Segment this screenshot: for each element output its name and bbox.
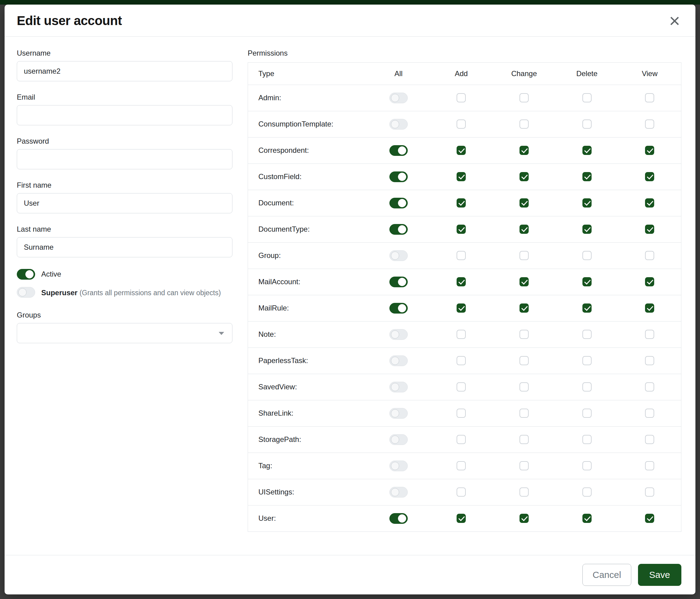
groups-select[interactable] xyxy=(17,323,232,343)
toggle-all-uisettings[interactable] xyxy=(390,487,408,498)
close-icon[interactable]: × xyxy=(668,13,681,28)
checkbox-add-uisettings[interactable] xyxy=(457,487,466,497)
checkbox-change-customfield[interactable] xyxy=(520,172,529,181)
checkbox-delete-admin[interactable] xyxy=(582,93,592,102)
checkbox-change-storagepath[interactable] xyxy=(520,435,529,444)
checkbox-add-mailaccount[interactable] xyxy=(457,277,466,286)
superuser-toggle[interactable] xyxy=(17,287,35,298)
checkbox-view-savedview[interactable] xyxy=(645,382,654,391)
checkbox-view-mailaccount[interactable] xyxy=(645,277,654,286)
checkbox-change-savedview[interactable] xyxy=(520,382,529,391)
checkbox-delete-uisettings[interactable] xyxy=(582,487,592,497)
checkbox-change-mailaccount[interactable] xyxy=(520,277,529,286)
checkbox-add-tag[interactable] xyxy=(457,461,466,470)
password-field[interactable] xyxy=(17,149,232,169)
toggle-all-storagepath[interactable] xyxy=(390,434,408,445)
checkbox-add-correspondent[interactable] xyxy=(457,146,466,155)
checkbox-view-correspondent[interactable] xyxy=(645,146,654,155)
toggle-all-mailrule[interactable] xyxy=(390,303,408,314)
checkbox-view-customfield[interactable] xyxy=(645,172,654,181)
checkbox-delete-consumptiontemplate[interactable] xyxy=(582,119,592,129)
first-name-field[interactable] xyxy=(17,193,232,213)
checkbox-add-group[interactable] xyxy=(457,251,466,260)
toggle-all-sharelink[interactable] xyxy=(390,408,408,419)
checkbox-view-consumptiontemplate[interactable] xyxy=(645,119,654,129)
checkbox-change-sharelink[interactable] xyxy=(520,409,529,418)
toggle-all-group[interactable] xyxy=(390,250,408,261)
permission-delete-cell xyxy=(555,461,619,470)
checkbox-add-storagepath[interactable] xyxy=(457,435,466,444)
checkbox-delete-paperlesstask[interactable] xyxy=(582,356,592,365)
checkbox-delete-group[interactable] xyxy=(582,251,592,260)
checkbox-delete-user[interactable] xyxy=(582,514,592,523)
checkbox-change-tag[interactable] xyxy=(520,461,529,470)
email-field[interactable] xyxy=(17,105,232,125)
checkbox-delete-sharelink[interactable] xyxy=(582,409,592,418)
toggle-all-admin[interactable] xyxy=(390,93,408,103)
toggle-all-correspondent[interactable] xyxy=(390,145,408,156)
active-toggle[interactable] xyxy=(17,269,35,280)
checkbox-view-uisettings[interactable] xyxy=(645,487,654,497)
checkbox-change-mailrule[interactable] xyxy=(520,304,529,313)
checkbox-delete-storagepath[interactable] xyxy=(582,435,592,444)
checkbox-add-note[interactable] xyxy=(457,330,466,339)
toggle-all-customfield[interactable] xyxy=(390,171,408,182)
permission-add-cell xyxy=(430,514,493,523)
checkbox-add-sharelink[interactable] xyxy=(457,409,466,418)
toggle-all-document[interactable] xyxy=(390,198,408,209)
checkbox-delete-tag[interactable] xyxy=(582,461,592,470)
checkbox-delete-note[interactable] xyxy=(582,330,592,339)
toggle-all-note[interactable] xyxy=(390,329,408,340)
checkbox-add-documenttype[interactable] xyxy=(457,224,466,234)
toggle-all-user[interactable] xyxy=(390,513,408,524)
toggle-all-mailaccount[interactable] xyxy=(390,277,408,287)
checkbox-view-mailrule[interactable] xyxy=(645,304,654,313)
cancel-button[interactable]: Cancel xyxy=(582,564,631,586)
checkbox-view-group[interactable] xyxy=(645,251,654,260)
permissions-label: Permissions xyxy=(248,49,681,57)
checkbox-delete-mailrule[interactable] xyxy=(582,304,592,313)
checkbox-delete-savedview[interactable] xyxy=(582,382,592,391)
checkbox-add-admin[interactable] xyxy=(457,93,466,102)
checkbox-add-document[interactable] xyxy=(457,198,466,208)
checkbox-view-documenttype[interactable] xyxy=(645,224,654,234)
checkbox-view-admin[interactable] xyxy=(645,93,654,102)
checkbox-view-note[interactable] xyxy=(645,330,654,339)
last-name-field[interactable] xyxy=(17,237,232,257)
checkbox-change-note[interactable] xyxy=(520,330,529,339)
checkbox-change-paperlesstask[interactable] xyxy=(520,356,529,365)
checkbox-delete-mailaccount[interactable] xyxy=(582,277,592,286)
checkbox-view-storagepath[interactable] xyxy=(645,435,654,444)
checkbox-add-customfield[interactable] xyxy=(457,172,466,181)
checkbox-change-admin[interactable] xyxy=(520,93,529,102)
checkbox-change-user[interactable] xyxy=(520,514,529,523)
checkbox-add-consumptiontemplate[interactable] xyxy=(457,119,466,129)
toggle-all-consumptiontemplate[interactable] xyxy=(390,119,408,129)
toggle-all-documenttype[interactable] xyxy=(390,224,408,235)
checkbox-add-user[interactable] xyxy=(457,514,466,523)
checkbox-change-consumptiontemplate[interactable] xyxy=(520,119,529,129)
checkbox-view-sharelink[interactable] xyxy=(645,409,654,418)
checkbox-change-correspondent[interactable] xyxy=(520,146,529,155)
checkbox-add-savedview[interactable] xyxy=(457,382,466,391)
checkbox-change-documenttype[interactable] xyxy=(520,224,529,234)
toggle-all-savedview[interactable] xyxy=(390,382,408,392)
save-button[interactable]: Save xyxy=(638,564,681,586)
checkbox-view-paperlesstask[interactable] xyxy=(645,356,654,365)
toggle-all-tag[interactable] xyxy=(390,460,408,471)
checkbox-delete-documenttype[interactable] xyxy=(582,224,592,234)
checkbox-change-document[interactable] xyxy=(520,198,529,208)
checkbox-delete-document[interactable] xyxy=(582,198,592,208)
checkbox-view-tag[interactable] xyxy=(645,461,654,470)
permission-change-cell xyxy=(493,330,555,339)
checkbox-view-user[interactable] xyxy=(645,514,654,523)
checkbox-view-document[interactable] xyxy=(645,198,654,208)
username-input[interactable] xyxy=(17,61,232,81)
checkbox-add-mailrule[interactable] xyxy=(457,304,466,313)
checkbox-delete-customfield[interactable] xyxy=(582,172,592,181)
checkbox-change-group[interactable] xyxy=(520,251,529,260)
checkbox-add-paperlesstask[interactable] xyxy=(457,356,466,365)
toggle-all-paperlesstask[interactable] xyxy=(390,355,408,366)
checkbox-delete-correspondent[interactable] xyxy=(582,146,592,155)
checkbox-change-uisettings[interactable] xyxy=(520,487,529,497)
